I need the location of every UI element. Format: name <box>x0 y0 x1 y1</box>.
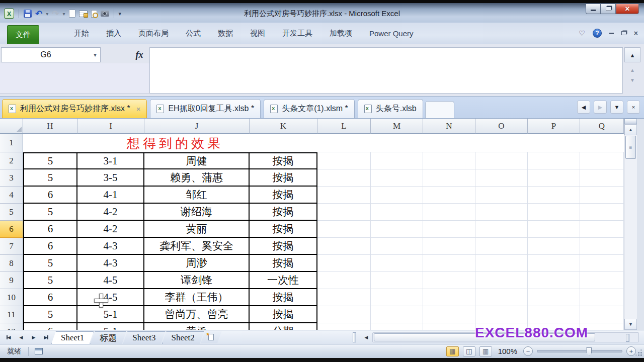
cell-K6[interactable]: 按揭 <box>250 221 317 238</box>
column-header-K[interactable]: K <box>250 119 317 134</box>
cell-N8[interactable] <box>423 255 475 272</box>
minimize-button[interactable] <box>586 4 601 14</box>
zoom-slider-thumb[interactable] <box>586 347 592 356</box>
cell-N12[interactable] <box>423 323 475 330</box>
vertical-split-handle[interactable] <box>624 119 637 124</box>
row-header-5[interactable]: 5 <box>0 204 23 221</box>
formula-bar-scroll-down-icon[interactable] <box>627 75 638 84</box>
cell-I5[interactable]: 4-2 <box>77 204 144 221</box>
cell-J5[interactable]: 谢绍海 <box>144 204 250 221</box>
scroll-left-icon[interactable]: ◀ <box>360 332 372 342</box>
cell-M8[interactable] <box>371 255 423 272</box>
ribbon-tab-视图[interactable]: 视图 <box>242 23 274 44</box>
sheet-tab-标题[interactable]: 标题 <box>90 331 126 344</box>
cell-P4[interactable] <box>528 187 580 204</box>
cell-I4[interactable]: 4-1 <box>77 187 144 204</box>
cell-Q9[interactable] <box>580 272 624 289</box>
zoom-out-button[interactable]: − <box>523 346 533 356</box>
cell-H5[interactable]: 5 <box>23 204 77 221</box>
cell-K12[interactable]: 分期 <box>250 323 317 330</box>
row-header-8[interactable]: 8 <box>0 255 23 272</box>
cell-H8[interactable]: 5 <box>23 255 77 272</box>
cell-H1[interactable] <box>23 134 77 152</box>
cell-H6[interactable]: 6 <box>23 221 77 238</box>
row-header-7[interactable]: 7 <box>0 238 23 255</box>
cell-M11[interactable] <box>371 306 423 323</box>
cell-M7[interactable] <box>371 238 423 255</box>
cell-H7[interactable]: 6 <box>23 238 77 255</box>
row-header-10[interactable]: 10 <box>0 289 23 306</box>
row-header-9[interactable]: 9 <box>0 272 23 289</box>
camera-icon[interactable] <box>101 11 109 17</box>
cell-H2[interactable]: 5 <box>23 152 77 169</box>
cell-K2[interactable]: 按揭 <box>250 152 317 169</box>
name-box-dropdown-icon[interactable] <box>90 48 100 62</box>
column-header-O[interactable]: O <box>475 119 528 134</box>
cell-N1[interactable] <box>423 134 475 152</box>
cell-L5[interactable] <box>317 204 371 221</box>
insert-function-button[interactable]: fx <box>130 48 149 61</box>
save-icon[interactable] <box>24 10 32 18</box>
view-normal-button[interactable]: ▦ <box>446 346 459 356</box>
cell-P6[interactable] <box>528 221 580 238</box>
cell-P1[interactable] <box>528 134 580 152</box>
cell-I3[interactable]: 3-5 <box>77 169 144 187</box>
close-button[interactable] <box>616 4 639 14</box>
column-header-Q[interactable]: Q <box>580 119 624 134</box>
macro-record-icon[interactable] <box>35 348 43 354</box>
cell-I12[interactable]: 5-1 <box>77 323 144 330</box>
cell-M4[interactable] <box>371 187 423 204</box>
cell-M3[interactable] <box>371 169 423 187</box>
cell-I9[interactable]: 4-5 <box>77 272 144 289</box>
cell-Q5[interactable] <box>580 204 624 221</box>
cell-H3[interactable]: 5 <box>23 169 77 187</box>
name-box[interactable]: G6 <box>1 47 101 62</box>
cell-N6[interactable] <box>423 221 475 238</box>
cell-N5[interactable] <box>423 204 475 221</box>
tab-close-button[interactable]: × <box>627 101 640 114</box>
cell-L7[interactable] <box>317 238 371 255</box>
document-tab-4[interactable]: 头条号.xlsb <box>358 99 423 118</box>
cell-L12[interactable] <box>317 323 371 330</box>
undo-dropdown-icon[interactable] <box>46 11 48 17</box>
cell-K7[interactable]: 按揭 <box>250 238 317 255</box>
cell-Q1[interactable] <box>580 134 624 152</box>
view-page-layout-button[interactable]: ◫ <box>463 346 475 356</box>
tab-splitter-handle[interactable] <box>353 332 356 342</box>
column-header-I[interactable]: I <box>77 119 144 134</box>
zoom-in-button[interactable]: + <box>626 346 636 356</box>
cell-N9[interactable] <box>423 272 475 289</box>
last-sheet-button[interactable]: ▶ <box>41 332 52 342</box>
cell-K4[interactable]: 按揭 <box>250 187 317 204</box>
cell-I11[interactable]: 5-1 <box>77 306 144 323</box>
tab-scroll-left-button[interactable]: ◀ <box>577 101 590 114</box>
cell-K5[interactable]: 按揭 <box>250 204 317 221</box>
cell-K3[interactable]: 按揭 <box>250 169 317 187</box>
sheet-tab-Sheet1[interactable]: Sheet1 <box>51 331 94 344</box>
cell-H9[interactable]: 5 <box>23 272 77 289</box>
cell-Q11[interactable] <box>580 306 624 323</box>
cell-P8[interactable] <box>528 255 580 272</box>
cell-J8[interactable]: 周渺 <box>144 255 250 272</box>
table-edit-icon[interactable] <box>79 11 88 17</box>
undo-icon[interactable] <box>35 9 42 19</box>
cell-O6[interactable] <box>475 221 528 238</box>
cell-K1[interactable] <box>250 134 317 152</box>
cell-O5[interactable] <box>475 204 528 221</box>
ribbon-tab-数据[interactable]: 数据 <box>209 23 242 44</box>
favorite-icon[interactable] <box>579 29 585 37</box>
cell-L8[interactable] <box>317 255 371 272</box>
cell-P3[interactable] <box>528 169 580 187</box>
zoom-slider[interactable] <box>537 350 622 352</box>
cell-K11[interactable]: 按揭 <box>250 306 317 323</box>
sheet-tab-Sheet3[interactable]: Sheet3 <box>123 331 165 344</box>
cell-J2[interactable]: 周健 <box>144 152 250 169</box>
column-header-P[interactable]: P <box>528 119 580 134</box>
cell-Q2[interactable] <box>580 152 624 169</box>
cell-K9[interactable]: 一次性 <box>250 272 317 289</box>
cell-M5[interactable] <box>371 204 423 221</box>
cell-L10[interactable] <box>317 289 371 306</box>
cell-K10[interactable]: 按揭 <box>250 289 317 306</box>
ribbon-restore-icon[interactable] <box>621 31 626 35</box>
cell-H11[interactable]: 5 <box>23 306 77 323</box>
